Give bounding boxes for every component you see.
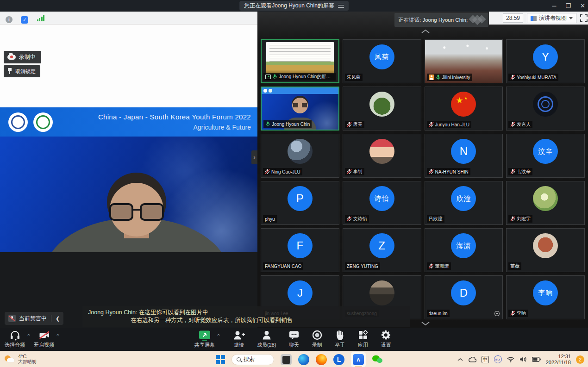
- chevron-up-icon[interactable]: ⌃: [26, 333, 31, 340]
- taskbar-search[interactable]: 搜索: [231, 354, 274, 365]
- participant-tile[interactable]: Joong Hyoun Chin: [261, 87, 339, 131]
- participant-tile[interactable]: JilinUniversity: [425, 39, 503, 83]
- mic-muted-icon: [510, 75, 515, 80]
- focus-target-icon[interactable]: [494, 311, 500, 316]
- onedrive-cloud-icon[interactable]: [468, 357, 476, 362]
- speaker-video-stage[interactable]: China - Japan - South Korea Youth Forum …: [0, 25, 257, 328]
- close-button[interactable]: ✕: [580, 2, 585, 9]
- participant-label: 苗薇: [508, 262, 521, 270]
- participant-tile[interactable]: ★★Junyou Han-JLU: [425, 87, 503, 131]
- toolbar-label: 聊天: [289, 342, 299, 348]
- participant-tile[interactable]: 海潇董海潇: [425, 228, 503, 272]
- participant-tile[interactable]: 诗怡文诗怡: [343, 181, 421, 225]
- participant-label: 刘宏宇: [508, 215, 532, 223]
- l-app-icon[interactable]: L: [333, 354, 344, 365]
- network-signal-icon: [37, 15, 45, 21]
- clock-time: 12:31: [546, 354, 571, 360]
- panel-collapse-handle[interactable]: ›: [251, 150, 257, 164]
- participant-tile[interactable]: YYoshiyuki MURATA: [506, 39, 585, 83]
- weather-desc: 大部晴朗: [18, 359, 37, 365]
- start-button[interactable]: [216, 355, 225, 364]
- ifly-tray-icon[interactable]: iFLY: [494, 355, 502, 363]
- participant-tile[interactable]: Joong Hyoun Chin的屏幕共...: [261, 39, 339, 83]
- participant-tile[interactable]: ZZENG YUTING: [343, 228, 421, 272]
- toolbar-chat-button[interactable]: 聊天: [288, 330, 300, 348]
- meeting-app-icon[interactable]: ∧: [351, 352, 366, 367]
- participant-avatar: [533, 92, 558, 117]
- participant-tile[interactable]: FFANGYUAN CAO: [261, 228, 339, 272]
- toolbar-label: 设置: [381, 342, 391, 348]
- toolbar-members-button[interactable]: 成员(28): [257, 330, 276, 348]
- security-shield-icon[interactable]: ✓: [21, 16, 28, 24]
- participant-tile[interactable]: 发言人: [506, 87, 585, 131]
- toolbar-invite-button[interactable]: 邀请: [233, 330, 245, 348]
- participant-tile[interactable]: 欣潼吕欣潼: [425, 181, 503, 225]
- recording-indicator[interactable]: 录制中: [4, 51, 41, 63]
- participant-label: 李响: [508, 310, 528, 317]
- tray-expand-icon[interactable]: [457, 358, 463, 361]
- participant-avatar: F: [288, 233, 313, 258]
- toolbar-settings-button[interactable]: 设置: [381, 330, 392, 348]
- toolbar-label: 成员(28): [257, 342, 276, 348]
- file-explorer-icon[interactable]: [281, 354, 292, 365]
- toolbar-record-button[interactable]: 录制: [312, 330, 323, 348]
- fullscreen-icon[interactable]: [580, 14, 588, 22]
- participant-tile[interactable]: Ning Cao-JLU: [261, 134, 339, 178]
- participant-tile[interactable]: Pphyu: [261, 181, 339, 225]
- screen-share-icon: [265, 75, 271, 79]
- notification-badge[interactable]: 2: [576, 355, 584, 364]
- chevron-up-icon[interactable]: ⌃: [56, 333, 60, 340]
- collapse-left-icon[interactable]: ❮: [56, 316, 60, 322]
- participant-avatar: 海潇: [451, 233, 476, 258]
- participant-name: Ning Cao-JLU: [271, 169, 300, 174]
- firefox-browser-icon[interactable]: [316, 354, 327, 365]
- layout-icon: [531, 16, 537, 21]
- restore-button[interactable]: ❐: [565, 2, 571, 9]
- participant-tile[interactable]: 李钊: [343, 134, 421, 178]
- jilin-university-logo: [8, 112, 28, 132]
- participant-label: 唐亮: [345, 121, 364, 128]
- toolbar-label: 应用: [358, 342, 368, 348]
- participant-tile[interactable]: 李响李响: [506, 275, 585, 319]
- participant-tile[interactable]: 刘宏宇: [506, 181, 585, 225]
- toolbar-share-screen-button[interactable]: 共享屏幕: [194, 330, 215, 348]
- share-menu-icon[interactable]: [338, 4, 344, 8]
- chevron-down-icon: [569, 17, 573, 19]
- view-mode-button[interactable]: 演讲者视图: [527, 13, 576, 23]
- taskbar-weather[interactable]: 4°C 大部晴朗: [0, 354, 37, 365]
- participant-tile[interactable]: 唐亮: [343, 87, 421, 131]
- meeting-info-icon[interactable]: i: [6, 16, 13, 23]
- participant-avatar: [369, 92, 394, 117]
- taskbar-clock[interactable]: 12:31 2022/11/18: [546, 354, 571, 366]
- toolbar-raise-hand-button[interactable]: 举手: [335, 330, 345, 348]
- participant-label: 朱凤菊: [345, 74, 363, 81]
- share-screen-icon: [199, 330, 211, 341]
- scroll-down-icon[interactable]: [420, 321, 431, 326]
- edge-browser-icon[interactable]: [298, 354, 309, 365]
- participant-tile[interactable]: NNA-HYUN SHIN: [425, 134, 503, 178]
- wechat-icon[interactable]: [372, 354, 383, 365]
- battery-icon[interactable]: [532, 357, 541, 362]
- chevron-up-icon[interactable]: ⌃: [216, 333, 221, 340]
- participant-name: ZENG YUTING: [347, 264, 378, 269]
- volume-icon[interactable]: [519, 356, 527, 362]
- ime-indicator[interactable]: 中: [482, 356, 489, 363]
- toolbar-camera-off-button[interactable]: 开启视频: [34, 330, 54, 348]
- toolbar-apps-button[interactable]: 应用: [357, 330, 369, 348]
- participant-label: NA-HYUN SHIN: [427, 168, 470, 175]
- mic-muted-icon: [510, 311, 515, 316]
- participant-tile[interactable]: 凤菊朱凤菊: [343, 39, 421, 83]
- minimize-button[interactable]: ─: [552, 2, 556, 9]
- muted-status-pill[interactable]: 当前禁言中 ❮: [5, 312, 63, 325]
- participant-tile[interactable]: 汶辛韦汶辛: [506, 134, 585, 178]
- participant-tile[interactable]: Ddaeun im: [425, 275, 503, 319]
- unpin-button[interactable]: 取消锁定: [4, 65, 40, 77]
- host-person-icon: [429, 75, 434, 80]
- mic-muted-icon: [347, 122, 352, 127]
- toolbar-headset-button[interactable]: 选择音频: [5, 330, 25, 348]
- participant-name: Joong Hyoun Chin: [272, 122, 310, 127]
- participant-tile[interactable]: 苗薇: [506, 228, 585, 272]
- raise-hand-icon: [335, 330, 345, 341]
- wifi-icon[interactable]: [507, 357, 514, 362]
- scroll-up-icon[interactable]: [420, 29, 431, 34]
